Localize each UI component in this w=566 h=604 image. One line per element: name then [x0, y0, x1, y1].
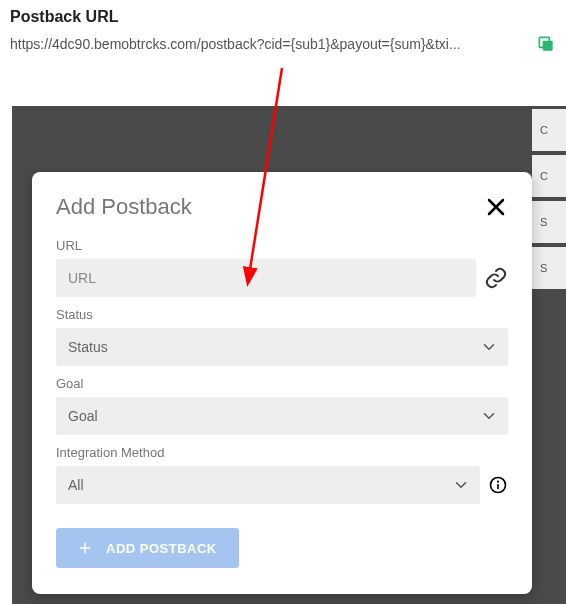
svg-rect-4 — [497, 484, 499, 489]
close-icon — [484, 195, 508, 219]
url-link-button[interactable] — [484, 266, 508, 290]
svg-point-3 — [497, 481, 499, 483]
link-icon — [484, 266, 508, 290]
postback-url-heading: Postback URL — [10, 8, 556, 26]
dialog-title: Add Postback — [56, 194, 192, 220]
dark-background-panel: C C S S Add Postback URL — [12, 106, 566, 604]
copy-url-button[interactable] — [536, 34, 556, 54]
copy-icon — [536, 34, 556, 54]
status-field-label: Status — [56, 307, 508, 322]
goal-field-label: Goal — [56, 376, 508, 391]
info-icon — [488, 475, 508, 495]
add-postback-button-label: ADD POSTBACK — [106, 541, 217, 556]
plus-icon — [78, 541, 92, 555]
side-button-3[interactable]: S — [532, 247, 566, 289]
add-postback-dialog: Add Postback URL Status — [32, 172, 532, 594]
goal-select[interactable]: Goal — [56, 397, 508, 435]
svg-rect-0 — [543, 41, 553, 51]
side-button-2[interactable]: S — [532, 201, 566, 243]
postback-url-text: https://4dc90.bemobtrcks.com/postback?ci… — [10, 36, 526, 52]
status-select[interactable]: Status — [56, 328, 508, 366]
integration-method-select[interactable]: All — [56, 466, 480, 504]
close-button[interactable] — [484, 195, 508, 219]
side-button-0[interactable]: C — [532, 109, 566, 151]
integration-info-button[interactable] — [488, 475, 508, 495]
integration-field-label: Integration Method — [56, 445, 508, 460]
side-button-1[interactable]: C — [532, 155, 566, 197]
url-input[interactable] — [56, 259, 476, 297]
url-field-label: URL — [56, 238, 508, 253]
add-postback-button[interactable]: ADD POSTBACK — [56, 528, 239, 568]
